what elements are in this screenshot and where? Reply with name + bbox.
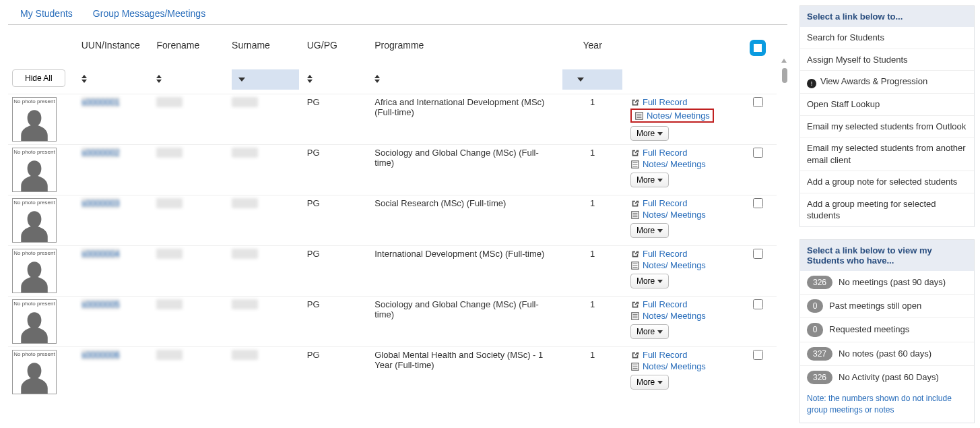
- count-badge: 0: [807, 323, 823, 336]
- hide-all-button[interactable]: Hide All: [12, 69, 65, 87]
- uun-link[interactable]: s0000006: [81, 350, 120, 360]
- surname-cell: xxxxxx: [232, 249, 258, 259]
- filter-link-item[interactable]: 0Past meetings still open: [800, 294, 974, 317]
- notes-meetings-link[interactable]: Notes/ Meetings: [643, 159, 706, 169]
- filter-link-item[interactable]: 326No Activity (past 60 Days): [800, 365, 974, 389]
- table-row: No photo presents0000002xxxxxxxxxxxxPGSo…: [8, 145, 787, 195]
- table-row: No photo presents0000001xxxxxxxxxxxxPGAf…: [8, 94, 787, 145]
- more-button[interactable]: More: [630, 274, 669, 288]
- full-record-link[interactable]: Full Record: [643, 350, 687, 360]
- external-link-icon: [630, 98, 640, 107]
- year-cell: 1: [558, 297, 626, 347]
- full-record-link[interactable]: Full Record: [643, 97, 687, 107]
- more-button[interactable]: More: [630, 324, 669, 339]
- panel-note: Note: the numbers shown do not include g…: [800, 389, 974, 423]
- col-forename[interactable]: Forename: [152, 37, 228, 65]
- row-checkbox[interactable]: [753, 350, 763, 360]
- external-link-icon: [630, 148, 640, 158]
- student-photo: No photo present: [12, 299, 57, 344]
- sort-ugpg[interactable]: [307, 69, 367, 90]
- notes-meetings-link[interactable]: Notes/ Meetings: [643, 361, 706, 371]
- student-photo: No photo present: [12, 148, 57, 192]
- surname-cell: xxxxxx: [232, 198, 258, 208]
- action-links-panel: Select a link below to... Search for Stu…: [799, 5, 975, 227]
- uun-link[interactable]: s0000001: [81, 97, 120, 107]
- notes-meetings-link[interactable]: Notes/ Meetings: [643, 260, 706, 270]
- main-tabs: My Students Group Messages/Meetings: [8, 5, 787, 25]
- notes-meetings-link[interactable]: Notes/ Meetings: [643, 210, 706, 220]
- more-button[interactable]: More: [630, 126, 669, 141]
- filter-link-item[interactable]: 326No meetings (past 90 days): [800, 271, 974, 294]
- student-photo: No photo present: [12, 198, 57, 243]
- uun-link[interactable]: s0000003: [81, 198, 120, 208]
- notes-meetings-link[interactable]: Notes/ Meetings: [643, 311, 706, 321]
- filter-links-panel: Select a link below to view my Students …: [799, 239, 975, 423]
- year-cell: 1: [558, 347, 626, 398]
- full-record-link[interactable]: Full Record: [643, 198, 687, 208]
- surname-cell: xxxxxx: [232, 97, 258, 107]
- ugpg-cell: PG: [303, 94, 371, 145]
- table-row: No photo presents0000003xxxxxxxxxxxxPGSo…: [8, 195, 787, 246]
- tab-my-students[interactable]: My Students: [20, 8, 73, 19]
- full-record-link[interactable]: Full Record: [643, 249, 687, 259]
- action-link-item[interactable]: Open Staff Lookup: [800, 93, 974, 115]
- notes-icon: [630, 210, 640, 220]
- forename-cell: xxxxxx: [156, 350, 183, 360]
- sort-uun[interactable]: [81, 69, 149, 90]
- action-link-item[interactable]: Add a group note for selected students: [800, 171, 974, 193]
- col-ugpg[interactable]: UG/PG: [303, 37, 371, 65]
- action-link-item[interactable]: !View Awards & Progression: [800, 70, 974, 93]
- filter-link-item[interactable]: 0Requested meetings: [800, 317, 974, 341]
- more-button[interactable]: More: [630, 173, 669, 187]
- row-checkbox[interactable]: [753, 148, 763, 158]
- external-link-icon: [630, 300, 640, 309]
- col-uun[interactable]: UUN/Instance: [77, 37, 153, 65]
- sort-surname[interactable]: [232, 69, 299, 90]
- notes-meetings-link[interactable]: Notes/ Meetings: [647, 111, 710, 121]
- programme-cell: Africa and International Development (MS…: [370, 94, 558, 145]
- filter-link-item[interactable]: 327No notes (past 60 days): [800, 342, 974, 365]
- student-photo: No photo present: [12, 249, 57, 293]
- programme-cell: Sociology and Global Change (MSc) (Full-…: [370, 145, 558, 195]
- surname-cell: xxxxxx: [232, 350, 258, 360]
- table-row: No photo presents0000005xxxxxxxxxxxxPGSo…: [8, 297, 787, 347]
- info-icon: !: [807, 79, 816, 88]
- programme-cell: Global Mental Health and Society (MSc) -…: [370, 347, 558, 398]
- tab-group-messages[interactable]: Group Messages/Meetings: [93, 8, 205, 19]
- full-record-link[interactable]: Full Record: [643, 299, 687, 309]
- action-link-item[interactable]: Email my selected students from Outlook: [800, 115, 974, 137]
- row-checkbox[interactable]: [753, 198, 763, 208]
- action-link-item[interactable]: Assign Myself to Students: [800, 49, 974, 71]
- table-row: No photo presents0000004xxxxxxxxxxxxPGIn…: [8, 246, 787, 297]
- count-badge: 327: [807, 347, 832, 361]
- count-badge: 0: [807, 299, 823, 313]
- action-link-item[interactable]: Add a group meeting for selected student…: [800, 193, 974, 226]
- more-button[interactable]: More: [630, 375, 669, 390]
- external-link-icon: [630, 350, 640, 360]
- row-checkbox[interactable]: [753, 299, 763, 309]
- action-link-item[interactable]: Email my selected students from another …: [800, 137, 974, 171]
- programme-cell: Sociology and Global Change (MSc) (Full-…: [370, 297, 558, 347]
- year-cell: 1: [558, 145, 626, 195]
- count-badge: 326: [807, 371, 832, 384]
- action-link-item[interactable]: Search for Students: [800, 27, 974, 49]
- sort-programme[interactable]: [374, 69, 554, 90]
- col-programme[interactable]: Programme: [370, 37, 558, 65]
- row-checkbox[interactable]: [753, 97, 763, 107]
- table-row: No photo presents0000006xxxxxxxxxxxxPGGl…: [8, 347, 787, 398]
- row-checkbox[interactable]: [753, 249, 763, 259]
- uun-link[interactable]: s0000005: [81, 299, 120, 309]
- col-surname[interactable]: Surname: [228, 37, 303, 65]
- notes-icon: [634, 111, 644, 121]
- uun-link[interactable]: s0000004: [81, 249, 120, 259]
- sort-forename[interactable]: [156, 69, 224, 90]
- uun-link[interactable]: s0000002: [81, 148, 120, 158]
- more-button[interactable]: More: [630, 223, 669, 238]
- table-scrollbar[interactable]: [777, 65, 787, 94]
- student-photo: No photo present: [12, 97, 57, 142]
- col-year[interactable]: Year: [558, 37, 626, 65]
- notes-icon: [630, 311, 640, 321]
- full-record-link[interactable]: Full Record: [643, 148, 687, 158]
- sort-year[interactable]: [562, 69, 622, 90]
- select-all-button[interactable]: [750, 40, 766, 56]
